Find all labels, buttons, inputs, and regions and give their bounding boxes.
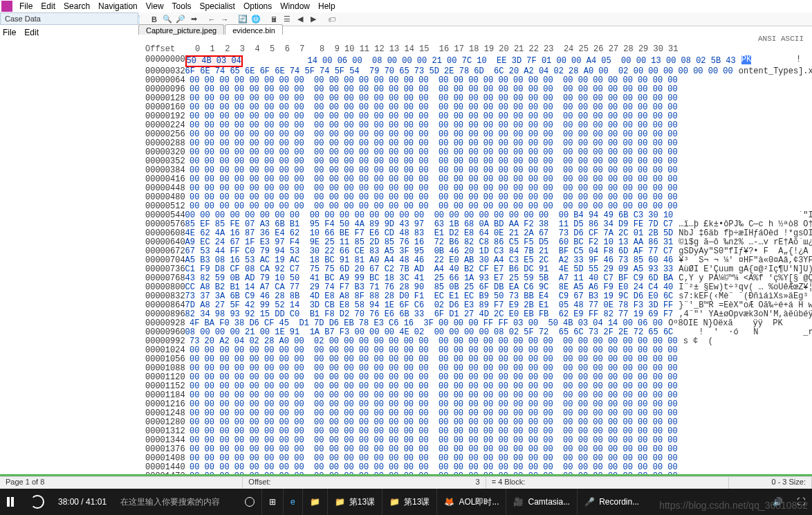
cortana-icon[interactable] [238, 489, 261, 515]
task-view-icon[interactable]: ⊞ [261, 489, 283, 515]
menubar: FileEditSearchNavigationViewToolsSpecial… [0, 0, 812, 12]
ascii-col: ‚4˜"' ÝÀ±øÒpvæk3oÑ'M,àëûbéÿ‚w i÷ [679, 310, 812, 319]
taskbar-app[interactable]: 📁第13课 [382, 489, 436, 515]
ascii-col: PK ! | î=  ¤ [ C [741, 55, 812, 67]
ascii-col: }¨'_B™R =ËèX"oÆ Öã‰÷é+á H w xó=ÿ [679, 301, 812, 310]
selected-ascii: PK [741, 55, 751, 64]
app-label: Camtasia... [528, 497, 570, 507]
hex-bytes[interactable]: 50 4B 03 04 14 00 06 00 08 00 00 00 21 0… [185, 55, 736, 67]
ascii-col: s ¢ ( [683, 337, 713, 346]
menu-window[interactable]: Window [276, 1, 314, 11]
hex-row[interactable]: 0000000050 4B 03 04 14 00 06 00 08 00 00… [138, 55, 812, 67]
ascii-col: Ì¨²± §Êw)t÷³qv( … %oÛêÆœŽ¥¦ùà$Ä@ [679, 283, 812, 292]
app-icon: 🎥 [513, 497, 524, 507]
ascii-col: ÁùØÏ Ê'Çuum gÂ{­¤@²Ïç¶Ü'N]U) ¥"3 [679, 265, 812, 274]
prev-icon[interactable]: ◀ [295, 14, 306, 25]
app-label: AOL即时... [459, 496, 499, 508]
ascii-col: s7:kËF(‹Mè¨ ˆ(ÐñìáìXs»äÉg³ Öàl [679, 292, 812, 301]
offset: 00000000 [145, 55, 185, 67]
left-panel: Case Data File Edit [0, 12, 138, 476]
reload-button[interactable] [24, 489, 51, 515]
ascii-col: NbJ ‡6äb fþ÷æÍHƒáÒèd !*gsÖÏz, +] [679, 229, 812, 238]
app-icon: 📁 [389, 497, 400, 507]
edge-icon[interactable]: e [283, 489, 302, 515]
case-data-title[interactable]: Case Data [0, 12, 138, 25]
statusbar: Page 1 of 8 Offset: 3 = 4 Block: 0 - 3 S… [0, 476, 812, 489]
panel-edit[interactable]: Edit [24, 28, 39, 37]
ascii-col: Oº8ÖÏE Ñ}Öëxã ÿÿ PK [668, 319, 783, 328]
app-label: 第13课 [404, 496, 430, 508]
menu-navigation[interactable]: Navigation [94, 1, 142, 11]
menu-file[interactable]: File [15, 1, 37, 11]
menu-specialist[interactable]: Specialist [196, 1, 239, 11]
app-label: 第13课 [349, 496, 375, 508]
status-block: = 4 Block: [486, 477, 729, 489]
menu-help[interactable]: Help [314, 1, 340, 11]
encoding-label: ANSI ASCII [138, 35, 812, 44]
help-icon[interactable]: 🏷 [326, 14, 337, 25]
menu-edit[interactable]: Edit [37, 1, 59, 11]
app-label: Recordin... [599, 497, 639, 507]
taskbar-app[interactable]: 🎤Recordin... [577, 489, 646, 515]
menu-options[interactable]: Options [239, 1, 276, 11]
watermark: https://blog.csdn.net/qq_36810852 [659, 500, 808, 511]
ascii-col: ! ' ·ó N _rels/.rel [679, 328, 812, 337]
menu-tools[interactable]: Tools [168, 1, 196, 11]
hex-view[interactable]: ANSI ASCII Offset 0 1 2 3 4 5 6 7 8 9 10… [138, 35, 812, 476]
ascii-col: …ï…þ £k±•ôPJ‰ C—c h ½ªò8 Õ†4Ùþ}Ç [679, 220, 812, 229]
app-icon [1, 1, 12, 12]
play-pause-button[interactable] [0, 489, 24, 515]
status-offset: Offset: 3 [243, 477, 486, 489]
app-icon: 🦊 [444, 497, 454, 507]
ascii-col: ©ì$g ã—ô ‰nž% …-…v rÈ†Åõ`ш¿"q1 [679, 238, 812, 247]
ascii-col: ¥³ S¬ ¬ ¼' ¤HF"à«0¤Ãå,¢3ŸFs…`F [679, 256, 812, 265]
ascii-col: ontent_Types].xml ¢ ( [739, 67, 812, 76]
next-icon[interactable]: ▶ [308, 14, 319, 25]
search-box[interactable]: 在这里输入你要搜索的内容 [113, 489, 238, 515]
file-tabs: Capture_picture.jpeg evidence.bin [138, 22, 284, 36]
status-page: Page 1 of 8 [0, 477, 243, 489]
ascii-col: gSDyÀy"S0"fÎƒ¥?• F Ã„{!¿Å ømw Ç [679, 247, 812, 256]
ascii-col: ´"IkÃ0 [679, 211, 812, 220]
taskbar-app[interactable]: 🦊AOL即时... [436, 489, 506, 515]
selected-bytes[interactable]: 50 4B 03 04 [185, 55, 243, 67]
status-selection: 0 - 3 Size: [729, 477, 812, 489]
hex-header: Offset 0 1 2 3 4 5 6 7 8 9 10 11 12 13 1… [138, 44, 812, 55]
menu-search[interactable]: Search [59, 1, 94, 11]
panel-file[interactable]: File [3, 28, 16, 37]
taskbar-app[interactable]: 📁第13课 [327, 489, 382, 515]
explorer-icon[interactable]: 📁 [302, 489, 327, 515]
app-icon: 🎤 [584, 497, 595, 507]
menu-view[interactable]: View [142, 1, 168, 11]
video-time: 38:00 / 41:01 [51, 489, 113, 515]
taskbar-app[interactable]: 🎥Camtasia... [506, 489, 577, 515]
ascii-col: C‚Y ­y PA¼©™¼ <A%f 'ç%Y[§ @Ç¿ÉmºВ [679, 274, 812, 283]
app-icon: 📁 [335, 497, 345, 507]
